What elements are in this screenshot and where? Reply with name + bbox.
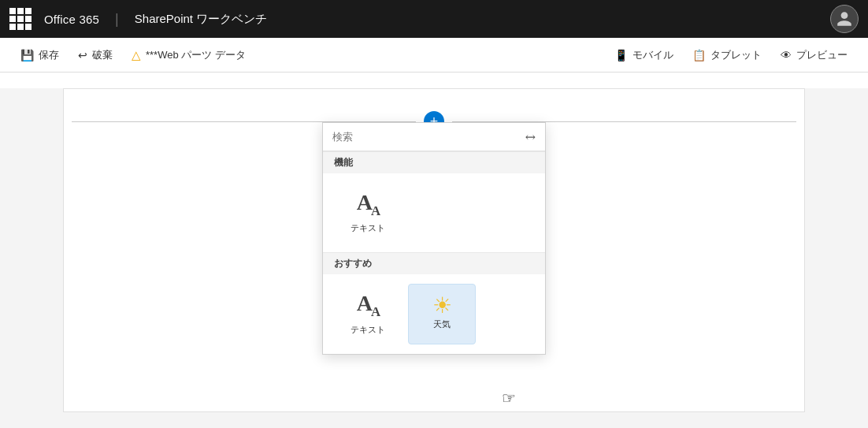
preview-label: プレビュー (796, 48, 848, 62)
mobile-button[interactable]: 📱 モバイル (606, 45, 681, 65)
warning-button[interactable]: △ ***Web パーツ データ (124, 45, 254, 65)
save-icon: 💾 (20, 49, 34, 61)
save-label: 保存 (39, 48, 59, 62)
text-recommended-label: テキスト (351, 324, 385, 336)
top-navigation-bar: Office 365 | SharePoint ワークベンチ (0, 0, 868, 38)
canvas-area: + ⤢ 機能 AA テキスト おすすめ AA テキスト (0, 88, 868, 428)
webpart-picker-dropdown: ⤢ 機能 AA テキスト おすすめ AA テキスト ☀ 天気 (322, 122, 546, 355)
recommended-grid: AA テキスト ☀ 天気 (323, 274, 545, 353)
mobile-icon: 📱 (614, 49, 628, 61)
weather-label: 天気 (433, 318, 451, 330)
discard-label: 破棄 (92, 48, 113, 62)
search-input[interactable] (332, 131, 519, 143)
webpart-text-recommended[interactable]: AA テキスト (334, 284, 402, 344)
warning-icon: △ (132, 48, 141, 62)
warning-label: ***Web パーツ データ (146, 48, 246, 62)
preview-button[interactable]: 👁 プレビュー (773, 45, 855, 65)
text-recommended-icon: AA (357, 292, 379, 318)
waffle-icon[interactable] (9, 8, 32, 30)
mobile-label: モバイル (632, 48, 673, 62)
preview-icon: 👁 (781, 49, 792, 61)
discard-button[interactable]: ↩ 破棄 (70, 45, 121, 65)
user-avatar[interactable] (830, 5, 859, 33)
office-title: Office 365 (44, 13, 99, 26)
section-recommended-header: おすすめ (323, 252, 545, 274)
undo-icon: ↩ (78, 49, 87, 61)
webpart-weather[interactable]: ☀ 天気 (408, 284, 476, 344)
weather-icon: ☀ (432, 292, 452, 318)
text-feature-label: テキスト (351, 222, 385, 234)
save-button[interactable]: 💾 保存 (13, 45, 67, 65)
tablet-button[interactable]: 📋 タブレット (684, 45, 770, 65)
nav-divider: | (115, 11, 119, 28)
mouse-cursor: ☞ (502, 389, 516, 408)
toolbar: 💾 保存 ↩ 破棄 △ ***Web パーツ データ 📱 モバイル 📋 タブレッ… (0, 38, 868, 73)
expand-icon[interactable]: ⤢ (521, 128, 540, 146)
search-row: ⤢ (323, 123, 545, 151)
app-title: SharePoint ワークベンチ (135, 12, 267, 27)
section-features-header: 機能 (323, 151, 545, 173)
tablet-label: タブレット (710, 48, 762, 62)
text-icon: AA (357, 192, 379, 218)
canvas-inner: + ⤢ 機能 AA テキスト おすすめ AA テキスト (63, 88, 805, 412)
tablet-icon: 📋 (692, 49, 706, 61)
features-grid: AA テキスト (323, 173, 545, 252)
webpart-text-feature[interactable]: AA テキスト (334, 183, 402, 243)
